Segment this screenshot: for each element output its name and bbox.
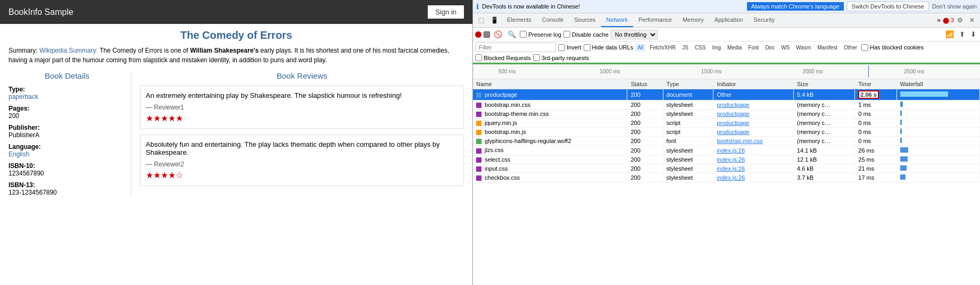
device-icon-button[interactable]: 📱: [487, 14, 502, 26]
summary-bold: William Shakespeare's: [190, 47, 259, 54]
table-row[interactable]: productpage 200 document Other 5.4 kB 2.…: [473, 89, 980, 100]
cell-waterfall: [896, 110, 979, 119]
settings-icon-button[interactable]: ⚙: [954, 14, 966, 26]
search-button[interactable]: 🔍: [506, 29, 518, 39]
initiator-link[interactable]: bootstrap.min.css: [717, 138, 762, 144]
cell-name[interactable]: bootstrap.min.css: [473, 100, 627, 110]
cell-type: stylesheet: [663, 155, 713, 164]
initiator-link[interactable]: productpage: [717, 120, 749, 126]
stop-button[interactable]: [484, 31, 490, 38]
initiator-link[interactable]: index.js:26: [717, 156, 745, 163]
invert-label[interactable]: Invert: [558, 44, 582, 51]
filter-type-other[interactable]: Other: [842, 44, 859, 52]
filter-type-doc[interactable]: Doc: [763, 44, 777, 52]
upload-button[interactable]: ⬆: [958, 29, 967, 39]
blocked-requests-checkbox[interactable]: [475, 54, 482, 61]
tab-memory[interactable]: Memory: [677, 13, 709, 27]
tab-network[interactable]: Network: [601, 13, 633, 27]
clear-button[interactable]: 🚫: [492, 29, 504, 39]
wifi-icon-button[interactable]: 📶: [944, 29, 956, 39]
cell-name[interactable]: bootstrap.min.js: [473, 128, 627, 137]
record-button[interactable]: [475, 31, 481, 38]
filter-type-wasm[interactable]: Wasm: [794, 44, 813, 52]
cell-name[interactable]: checkbox.css: [473, 173, 627, 182]
summary-link[interactable]: Wikipedia Summary:: [39, 47, 98, 54]
table-row[interactable]: checkbox.css 200 stylesheet index.js:26 …: [473, 173, 980, 182]
col-status[interactable]: Status: [627, 79, 663, 89]
cell-time: 0 ms: [855, 137, 896, 146]
tab-sources[interactable]: Sources: [569, 13, 601, 27]
hide-data-urls-checkbox[interactable]: [584, 44, 591, 51]
initiator-link[interactable]: index.js:26: [717, 174, 745, 181]
cell-time: 0 ms: [855, 119, 896, 128]
cell-name[interactable]: bootstrap-theme.min.css: [473, 110, 627, 119]
table-row[interactable]: bootstrap.min.css 200 stylesheet product…: [473, 100, 980, 110]
col-size[interactable]: Size: [794, 79, 855, 89]
hide-data-urls-label[interactable]: Hide data URLs: [584, 44, 634, 51]
throttle-select[interactable]: No throttling Fast 3G Slow 3G Offline: [611, 30, 658, 39]
initiator-link[interactable]: productpage: [717, 129, 749, 135]
third-party-label[interactable]: 3rd-party requests: [533, 54, 589, 61]
has-blocked-cookies-label[interactable]: Has blocked cookies: [861, 44, 924, 51]
col-type[interactable]: Type: [663, 79, 713, 89]
filter-type-font[interactable]: Font: [746, 44, 761, 52]
invert-checkbox[interactable]: [558, 44, 565, 51]
initiator-link[interactable]: index.js:26: [717, 147, 745, 154]
initiator-link[interactable]: productpage: [717, 102, 749, 108]
match-language-button[interactable]: Always match Chrome's language: [747, 2, 844, 11]
filter-type-fetch-xhr[interactable]: Fetch/XHR: [647, 44, 678, 52]
tab-security[interactable]: Security: [748, 13, 780, 27]
cell-name[interactable]: jlzs.css: [473, 146, 627, 155]
col-waterfall[interactable]: Waterfall: [896, 79, 979, 89]
reviews-header: Book Reviews: [140, 71, 464, 80]
filter-type-ws[interactable]: WS: [779, 44, 792, 52]
filter-type-js[interactable]: JS: [680, 44, 691, 52]
inspect-icon-button[interactable]: ⬚: [475, 14, 487, 26]
table-row[interactable]: jquery.min.js 200 script productpage (me…: [473, 119, 980, 128]
tab-performance[interactable]: Performance: [633, 13, 677, 27]
cell-name[interactable]: glyphicons-halflings-regular.woff2: [473, 137, 627, 146]
has-blocked-cookies-checkbox[interactable]: [861, 44, 868, 51]
table-row[interactable]: bootstrap.min.js 200 script productpage …: [473, 128, 980, 137]
col-initiator[interactable]: Initiator: [713, 79, 794, 89]
cell-name[interactable]: select.css: [473, 155, 627, 164]
filter-type-media[interactable]: Media: [725, 44, 744, 52]
table-row[interactable]: select.css 200 stylesheet index.js:26 12…: [473, 155, 980, 164]
filter-type-manifest[interactable]: Manifest: [815, 44, 840, 52]
filter-type-all[interactable]: All: [635, 44, 645, 52]
summary-text: Summary: Wikipedia Summary: The Comedy o…: [9, 46, 464, 65]
close-devtools-button[interactable]: ✕: [966, 14, 978, 26]
cell-name[interactable]: productpage: [473, 89, 627, 100]
filter-input[interactable]: [475, 43, 556, 52]
col-time[interactable]: Time: [855, 79, 896, 89]
preserve-log-checkbox[interactable]: [520, 31, 527, 38]
switch-devtools-button[interactable]: Switch DevTools to Chinese: [847, 2, 929, 11]
table-row[interactable]: bootstrap-theme.min.css 200 stylesheet p…: [473, 110, 980, 119]
signin-button[interactable]: Sign in: [428, 5, 464, 19]
more-tabs-button[interactable]: »: [935, 14, 943, 26]
initiator-link[interactable]: index.js:26: [717, 165, 745, 172]
type-value: paperback: [9, 93, 126, 100]
download-button[interactable]: ⬇: [969, 29, 978, 39]
preserve-log-label[interactable]: Preserve log: [520, 31, 561, 38]
table-row[interactable]: glyphicons-halflings-regular.woff2 200 f…: [473, 137, 980, 146]
disable-cache-checkbox[interactable]: [563, 31, 570, 38]
third-party-checkbox[interactable]: [533, 54, 540, 61]
blocked-requests-label[interactable]: Blocked Requests: [475, 54, 531, 61]
tab-console[interactable]: Console: [537, 13, 569, 27]
book-title: The Comedy of Errors: [9, 29, 464, 41]
table-row[interactable]: input.css 200 stylesheet index.js:26 4.6…: [473, 164, 980, 173]
cell-type: document: [663, 89, 713, 100]
table-row[interactable]: jlzs.css 200 stylesheet index.js:26 14.1…: [473, 146, 980, 155]
cell-name[interactable]: input.css: [473, 164, 627, 173]
review-1-text: An extremely entertaining play by Shakes…: [146, 91, 458, 99]
disable-cache-label[interactable]: Disable cache: [563, 31, 609, 38]
col-name[interactable]: Name: [473, 79, 627, 89]
cell-name[interactable]: jquery.min.js: [473, 119, 627, 128]
initiator-link[interactable]: productpage: [717, 111, 749, 117]
filter-type-css[interactable]: CSS: [693, 44, 708, 52]
filter-type-img[interactable]: Img: [710, 44, 723, 52]
tab-elements[interactable]: Elements: [502, 13, 537, 27]
tab-application[interactable]: Application: [709, 13, 749, 27]
dont-show-link[interactable]: Don't show again: [932, 3, 977, 10]
